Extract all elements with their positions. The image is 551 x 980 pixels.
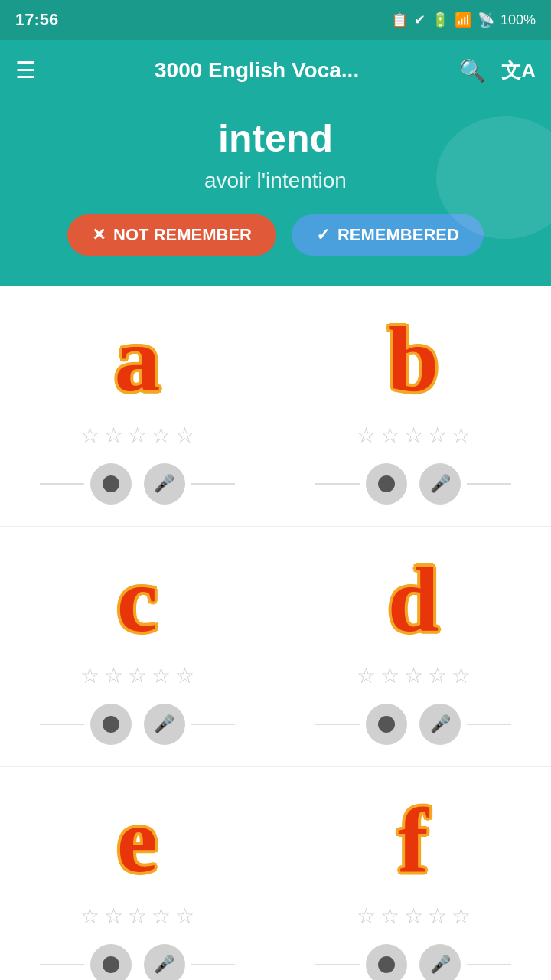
stars-row-e[interactable]: ☆☆☆☆☆	[80, 903, 194, 929]
star-4[interactable]: ☆	[175, 663, 194, 688]
word-display: intend	[31, 116, 520, 161]
word-action-buttons: ✕ NOT REMEMBER ✓ REMEMBERED	[31, 214, 520, 256]
mic-icon: 🎤	[154, 955, 174, 975]
controls-row-d: 🎤	[315, 704, 511, 745]
controls-row-c: 🎤	[40, 704, 235, 745]
stars-row-c[interactable]: ☆☆☆☆☆	[80, 663, 194, 688]
battery-percent: 100%	[500, 12, 536, 28]
star-3[interactable]: ☆	[152, 903, 171, 929]
star-2[interactable]: ☆	[404, 423, 423, 448]
star-3[interactable]: ☆	[428, 903, 447, 929]
star-0[interactable]: ☆	[357, 903, 376, 929]
star-0[interactable]: ☆	[80, 903, 99, 929]
remembered-button[interactable]: ✓ REMEMBERED	[292, 214, 484, 256]
star-0[interactable]: ☆	[357, 663, 376, 688]
star-1[interactable]: ☆	[104, 663, 123, 688]
star-4[interactable]: ☆	[452, 423, 471, 448]
star-4[interactable]: ☆	[452, 903, 471, 929]
mic-button-d[interactable]: 🎤	[419, 704, 461, 745]
letter-f: f	[398, 790, 429, 891]
play-icon	[378, 716, 395, 733]
divider-left	[315, 964, 360, 965]
divider-right	[191, 724, 236, 725]
star-1[interactable]: ☆	[104, 903, 123, 929]
mic-icon: 🎤	[430, 955, 451, 975]
star-3[interactable]: ☆	[152, 423, 171, 448]
star-1[interactable]: ☆	[104, 423, 123, 448]
star-3[interactable]: ☆	[152, 663, 171, 688]
play-button-e[interactable]	[90, 944, 132, 980]
divider-left	[40, 964, 84, 965]
letter-card-d: d☆☆☆☆☆🎤	[276, 527, 551, 767]
not-remember-button[interactable]: ✕ NOT REMEMBER	[67, 214, 276, 256]
star-4[interactable]: ☆	[175, 903, 194, 929]
divider-left	[40, 724, 84, 725]
star-2[interactable]: ☆	[404, 663, 423, 688]
mic-button-b[interactable]: 🎤	[419, 463, 461, 505]
divider-left	[315, 724, 360, 725]
letter-a: a	[115, 309, 161, 410]
check-icon: ✓	[316, 225, 330, 245]
divider-left	[315, 483, 360, 485]
stars-row-b[interactable]: ☆☆☆☆☆	[357, 423, 471, 448]
letter-card-e: e☆☆☆☆☆🎤	[0, 767, 276, 980]
mic-button-e[interactable]: 🎤	[144, 944, 185, 980]
star-4[interactable]: ☆	[452, 663, 471, 688]
letter-card-b: b☆☆☆☆☆🎤	[276, 286, 551, 527]
not-remember-label: NOT REMEMBER	[113, 225, 252, 245]
divider-right	[467, 964, 511, 965]
star-1[interactable]: ☆	[380, 423, 399, 448]
translate-icon[interactable]: 文A	[501, 57, 536, 84]
controls-row-b: 🎤	[315, 463, 511, 505]
star-2[interactable]: ☆	[128, 903, 147, 929]
stars-row-f[interactable]: ☆☆☆☆☆	[357, 903, 471, 929]
play-button-c[interactable]	[90, 704, 132, 745]
star-0[interactable]: ☆	[357, 423, 376, 448]
star-0[interactable]: ☆	[80, 663, 99, 688]
top-bar: ☰ 3000 English Voca... 🔍 文A	[0, 40, 551, 101]
app-title: 3000 English Voca...	[54, 58, 459, 83]
letter-e: e	[117, 790, 158, 891]
wifi-icon: 📶	[455, 11, 471, 28]
play-icon	[103, 956, 119, 973]
mic-button-c[interactable]: 🎤	[144, 704, 185, 745]
top-actions: 🔍 文A	[459, 57, 536, 84]
star-3[interactable]: ☆	[428, 423, 447, 448]
stars-row-a[interactable]: ☆☆☆☆☆	[80, 423, 194, 448]
letter-card-a: a☆☆☆☆☆🎤	[0, 286, 276, 527]
star-2[interactable]: ☆	[404, 903, 423, 929]
star-1[interactable]: ☆	[380, 663, 399, 688]
divider-right	[191, 964, 236, 965]
mic-button-a[interactable]: 🎤	[144, 463, 185, 505]
divider-right	[467, 724, 511, 725]
letter-card-f: f☆☆☆☆☆🎤	[276, 767, 551, 980]
divider-right	[191, 483, 236, 485]
controls-row-e: 🎤	[40, 944, 235, 980]
play-icon	[378, 956, 395, 973]
mic-button-f[interactable]: 🎤	[419, 944, 461, 980]
x-icon: ✕	[92, 225, 106, 245]
star-0[interactable]: ☆	[80, 423, 99, 448]
star-4[interactable]: ☆	[175, 423, 194, 448]
star-1[interactable]: ☆	[380, 903, 399, 929]
controls-row-a: 🎤	[40, 463, 235, 505]
play-button-a[interactable]	[90, 463, 132, 505]
mic-icon: 🎤	[154, 474, 174, 494]
divider-right	[467, 483, 511, 485]
star-3[interactable]: ☆	[428, 663, 447, 688]
stars-row-d[interactable]: ☆☆☆☆☆	[357, 663, 471, 688]
status-icons: 📋 ✔ 🔋 📶 📡 100%	[391, 11, 536, 28]
letter-c: c	[117, 550, 158, 651]
play-button-f[interactable]	[366, 944, 407, 980]
play-button-d[interactable]	[366, 704, 407, 745]
remembered-label: REMEMBERED	[337, 225, 459, 245]
letters-grid: a☆☆☆☆☆🎤b☆☆☆☆☆🎤c☆☆☆☆☆🎤d☆☆☆☆☆🎤e☆☆☆☆☆🎤f☆☆☆☆…	[0, 286, 551, 980]
star-2[interactable]: ☆	[128, 663, 147, 688]
star-2[interactable]: ☆	[128, 423, 147, 448]
search-icon[interactable]: 🔍	[459, 58, 486, 83]
play-icon	[103, 475, 119, 492]
play-button-b[interactable]	[366, 463, 407, 505]
hamburger-menu-icon[interactable]: ☰	[15, 59, 36, 82]
status-bar: 17:56 📋 ✔ 🔋 📶 📡 100%	[0, 0, 551, 40]
clipboard-icon: 📋	[391, 11, 408, 28]
